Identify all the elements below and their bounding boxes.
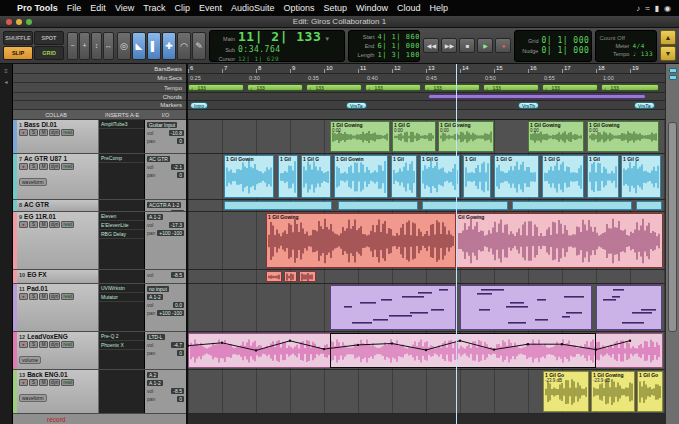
track-view-selector[interactable]: waveform [19, 178, 47, 186]
track-name[interactable]: 11Pad.01 [19, 285, 96, 292]
main-counter-display[interactable]: Main11| 2| 133▼ Sub0:34.764 Cursor12| 1|… [209, 30, 345, 62]
dyn-button[interactable]: dyn [49, 293, 60, 300]
tempo-event[interactable]: ♩ 133 [424, 84, 480, 91]
wifi-icon[interactable]: ≈ [645, 4, 649, 13]
length-value[interactable]: 1| 3| 100 [377, 51, 419, 59]
menu-item-audiosuite[interactable]: AudioSuite [231, 3, 275, 13]
dyn-button[interactable]: dyn [49, 341, 60, 348]
io-path[interactable]: A 1-2 [147, 214, 163, 220]
record-enable-button[interactable]: ● [19, 293, 28, 300]
selector-tool[interactable]: ▌ [147, 32, 161, 60]
clip-1-gil[interactable]: 1 Gil [587, 155, 619, 198]
menu-item-cloud[interactable]: Cloud [397, 3, 421, 13]
menu-item-edit[interactable]: Edit [90, 3, 106, 13]
close-window-icon[interactable] [6, 19, 12, 25]
clip-1-gil-gowing[interactable]: 1 Gil Gowing-23.9 dB [591, 371, 635, 412]
record-enable-button[interactable]: ● [19, 129, 28, 136]
track-name[interactable]: 12LeadVoxENG [19, 333, 96, 340]
solo-button[interactable]: S [29, 221, 38, 228]
insert-pre-q-2[interactable]: Pre-Q 2 [99, 332, 144, 341]
ruler-lane-tempo[interactable]: ♩ 133♩ 133♩ 133♩ 133♩ 133♩ 133♩ 133♩ 133 [188, 83, 665, 93]
clip-gil-gowing[interactable]: Gil Gowing [456, 213, 663, 268]
io-path[interactable]: AC GTR [147, 156, 170, 162]
clip-pad-01[interactable] [596, 285, 662, 330]
chord-span[interactable] [428, 94, 646, 99]
mute-button[interactable]: M [39, 163, 48, 170]
io-path[interactable]: LTD-L [147, 334, 165, 340]
battery-icon[interactable]: ▮ [655, 4, 659, 13]
clip-1-gil-gowing[interactable]: 1 Gil Gowing0:00 [587, 121, 659, 152]
pencil-tool[interactable]: ✎ [192, 32, 206, 60]
clip-1-gil-gowing[interactable]: 1 Gil Gowing0:00 [528, 121, 584, 152]
track-name[interactable]: 13Back ENG.01 [19, 371, 96, 378]
play-button[interactable]: ▶ [477, 38, 493, 53]
automation-mode-button[interactable]: read [61, 341, 74, 348]
mode-grid-button[interactable]: GRID [34, 46, 64, 60]
insert-amplitube3[interactable]: AmpliTube3 [99, 120, 144, 129]
insert-phoenix-x[interactable]: Phoenix X [99, 341, 144, 350]
ruler-name-chords[interactable]: Chords [13, 93, 186, 101]
dyn-button[interactable]: dyn [49, 379, 60, 386]
clip-1-gil-gowin[interactable]: 1 Gil Gowin [224, 155, 274, 198]
clip-ac-gtr[interactable] [512, 201, 632, 210]
mode-spot-button[interactable]: SPOT [34, 31, 64, 45]
clip-1-gil[interactable]: 1 Gil [463, 155, 491, 198]
record-enable-button[interactable]: ● [19, 163, 28, 170]
automation-mode-button[interactable]: read [61, 293, 74, 300]
solo-button[interactable]: S [29, 163, 38, 170]
insert-precomp[interactable]: PreComp [99, 154, 144, 163]
grid-value[interactable]: 0| 1| 000 [541, 36, 589, 45]
insert-e-elevenlite[interactable]: E'ElevenLite [99, 221, 144, 230]
tempo-event[interactable]: ♩ 133 [542, 84, 598, 91]
marker-vrsta[interactable]: VrsTa [346, 102, 367, 109]
io-path[interactable]: no input [147, 286, 169, 292]
track-name[interactable]: 10EG FX [19, 271, 96, 278]
menu-item-help[interactable]: Help [430, 3, 449, 13]
clip-1-gil-g[interactable]: 1 Gil G [542, 155, 584, 198]
clip-pad-01[interactable] [460, 285, 592, 330]
mute-button[interactable]: M [39, 341, 48, 348]
ruler-lane-barsbeats[interactable]: 678910111213141516171819 [188, 64, 665, 74]
pan-value[interactable]: 0 [177, 172, 184, 178]
clip-1-gil-g[interactable]: 1 Gil G0:00 [392, 121, 436, 152]
io-path[interactable]: A 2 [147, 372, 158, 378]
clip-1-gil-g[interactable]: 1 Gil G [494, 155, 539, 198]
grabber-tool[interactable]: ✚ [162, 32, 176, 60]
meter-value[interactable]: 4/4 [632, 42, 644, 49]
automation-mode-button[interactable]: read [61, 129, 74, 136]
clip-1-gil-go[interactable]: 1 Gil Go [637, 371, 663, 412]
tempo-event[interactable]: ♩ 133 [601, 84, 659, 91]
zoom-in-button[interactable]: + [79, 32, 90, 60]
sound-icon[interactable]: ♪ [636, 4, 640, 13]
clip-1-gil-gowin[interactable]: 1 Gil Gowin [334, 155, 388, 198]
tempo-value[interactable]: ♩ 133 [632, 50, 653, 57]
clip-1-gil-g[interactable]: 1 Gil G [621, 155, 661, 198]
zoom-out-button[interactable]: − [67, 32, 78, 60]
record-enable-button[interactable]: ● [19, 221, 28, 228]
menu-item-event[interactable]: Event [199, 3, 222, 13]
mode-slip-button[interactable]: SLIP [3, 46, 33, 60]
tempo-event[interactable]: ♩ 133 [483, 84, 539, 91]
ruler-lane-chords[interactable] [188, 93, 665, 101]
lane-eg-fx[interactable] [188, 270, 665, 284]
track-name[interactable]: 1Bass DI.01 [19, 121, 96, 128]
clip-ac-gtr[interactable] [636, 201, 662, 210]
io-path[interactable]: Guitar Input [147, 122, 177, 128]
zoomer-tool[interactable]: ◎ [117, 32, 131, 60]
minimize-window-icon[interactable] [16, 19, 22, 25]
counter-dropdown-icon[interactable]: ▼ [324, 36, 330, 42]
scrubber-tool[interactable]: ◠ [177, 32, 191, 60]
track-name[interactable]: 7Ac GTR U87 1 [19, 155, 96, 162]
clip-ac-gtr[interactable] [338, 201, 418, 210]
mode-shuffle-button[interactable]: SHUFFLE [3, 31, 33, 45]
dyn-button[interactable]: dyn [49, 163, 60, 170]
clip-ac-gtr[interactable] [422, 201, 508, 210]
zoom-horizontal-button[interactable]: ↔ [103, 32, 114, 60]
tempo-event[interactable]: ♩ 133 [247, 84, 303, 91]
insert-eleven[interactable]: Eleven [99, 212, 144, 221]
vertical-zoom-up-button[interactable]: ▲ [660, 30, 676, 45]
menu-item-setup[interactable]: Setup [324, 3, 348, 13]
timeline-rulers[interactable]: 6789101112131415161718190:250:300:350:40… [188, 64, 665, 110]
clip-eg-fx[interactable] [266, 271, 282, 282]
scrollbar-thumb[interactable] [668, 122, 677, 332]
